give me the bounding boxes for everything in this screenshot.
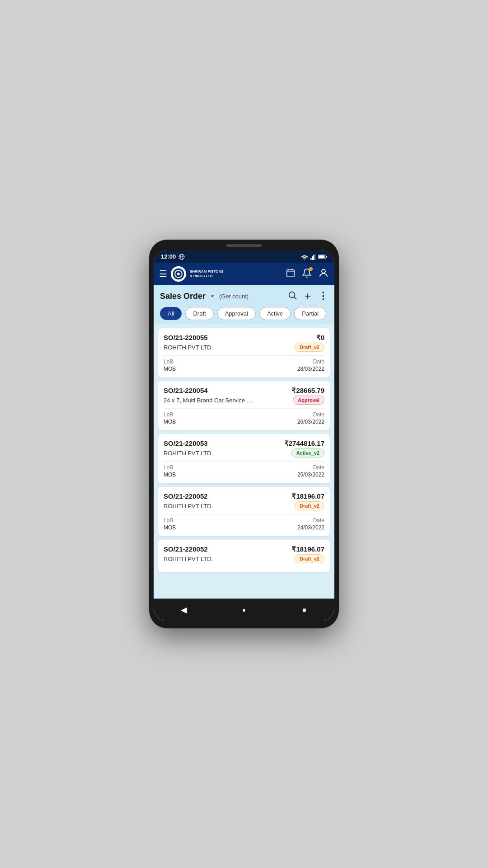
order-divider-3 [164, 461, 324, 462]
phone-shell: 12:00 ☰ SHRIRA [149, 240, 339, 628]
recent-apps-button[interactable]: ■ [297, 603, 311, 617]
wifi-icon [301, 254, 308, 259]
tab-approval[interactable]: Approval [217, 307, 256, 320]
status-time: 12:00 [161, 253, 176, 260]
order-card-1[interactable]: SO/21-220055 ₹0 ROHITH PVT LTD. Draft_v2… [158, 328, 330, 377]
svg-rect-5 [312, 256, 313, 259]
order-card-4-bottom: LoB MOB Date 24/03/2022 [164, 517, 324, 531]
tab-all[interactable]: All [160, 307, 182, 320]
order-divider-4 [164, 514, 324, 514]
order-status-3: Active_v2 [291, 448, 324, 458]
date-label-1: Date [313, 359, 324, 365]
order-status-5: Draft_v2 [295, 554, 324, 563]
tab-partial[interactable]: Partial [294, 307, 326, 320]
profile-button[interactable] [318, 268, 329, 281]
page-header: Sales Order (Get count) + ⋮ [154, 285, 334, 307]
order-card-5-mid: ROHITH PVT LTD. Draft_v2 [164, 554, 324, 563]
home-button[interactable]: ● [237, 603, 251, 617]
back-button[interactable]: ◀ [177, 603, 191, 617]
calendar-button[interactable] [286, 268, 296, 280]
order-company-4: ROHITH PVT LTD. [164, 503, 213, 509]
order-status-4: Draft_v2 [295, 501, 324, 510]
svg-rect-4 [310, 258, 311, 260]
bottom-nav: ◀ ● ■ [154, 599, 334, 621]
svg-rect-6 [313, 255, 314, 259]
date-label-3: Date [313, 464, 324, 471]
add-button[interactable]: + [305, 290, 311, 302]
order-meta-right-1: Date 28/03/2022 [297, 359, 324, 372]
order-card-3-mid: ROHITH PVT LTD. Active_v2 [164, 448, 324, 458]
order-card-3-top: SO/21-220053 ₹2744816.17 [164, 439, 324, 448]
tab-draft[interactable]: Draft [185, 307, 213, 320]
order-amount-4: ₹18196.07 [291, 492, 324, 500]
order-card-3[interactable]: SO/21-220053 ₹2744816.17 ROHITH PVT LTD.… [158, 434, 330, 483]
order-card-4[interactable]: SO/21-220052 ₹18196.07 ROHITH PVT LTD. D… [158, 487, 330, 536]
orders-list: SO/21-220055 ₹0 ROHITH PVT LTD. Draft_v2… [154, 325, 334, 599]
order-card-2[interactable]: SO/21-220054 ₹28665.79 24 x 7, Multi Bra… [158, 381, 330, 430]
page-title: Sales Order [160, 292, 206, 301]
order-number-3: SO/21-220053 [164, 439, 208, 447]
svg-rect-7 [314, 254, 315, 260]
order-divider-2 [164, 408, 324, 409]
order-amount-5: ₹18196.07 [291, 545, 324, 553]
phone-screen: 12:00 ☰ SHRIRA [154, 250, 334, 621]
phone-notch [226, 244, 262, 247]
signal-icon [310, 254, 316, 260]
order-status-2: Approval [293, 396, 324, 405]
order-number-5: SO/21-220052 [164, 545, 208, 553]
order-card-2-top: SO/21-220054 ₹28665.79 [164, 387, 324, 395]
order-number-2: SO/21-220054 [164, 387, 208, 394]
company-name-line2: & RINGS LTD. [190, 274, 224, 278]
lob-label-3: LoB [164, 464, 176, 471]
status-time-area: 12:00 [161, 253, 185, 260]
company-name-area: SHRIRAM PISTONS & RINGS LTD. [190, 269, 224, 278]
order-card-5-top: SO/21-220052 ₹18196.07 [164, 545, 324, 553]
svg-point-18 [322, 269, 325, 273]
order-amount-2: ₹28665.79 [291, 387, 324, 395]
date-label-2: Date [313, 411, 324, 418]
date-label-4: Date [313, 517, 324, 524]
lob-value-1: MOB [164, 366, 176, 372]
order-card-4-top: SO/21-220052 ₹18196.07 [164, 492, 324, 500]
order-meta-left-3: LoB MOB [164, 464, 176, 478]
profile-icon [318, 268, 329, 278]
tab-active[interactable]: Active [259, 307, 291, 320]
order-company-1: ROHITH PVT LTD. [164, 344, 213, 351]
search-icon [287, 290, 297, 300]
notification-button[interactable] [302, 268, 312, 280]
company-logo [171, 266, 186, 282]
order-card-1-top: SO/21-220055 ₹0 [164, 334, 324, 342]
date-value-4: 24/03/2022 [297, 524, 324, 531]
lob-label-1: LoB [164, 359, 176, 365]
dropdown-icon[interactable] [208, 292, 216, 300]
order-card-5[interactable]: SO/21-220052 ₹18196.07 ROHITH PVT LTD. D… [158, 540, 330, 572]
svg-point-3 [304, 259, 305, 259]
more-options-button[interactable]: ⋮ [318, 290, 328, 302]
order-card-1-bottom: LoB MOB Date 28/03/2022 [164, 359, 324, 372]
page-subtitle: (Get count) [219, 293, 249, 300]
date-value-2: 26/03/2022 [297, 419, 324, 425]
lob-value-4: MOB [164, 524, 176, 531]
order-card-3-bottom: LoB MOB Date 25/03/2022 [164, 464, 324, 478]
date-value-3: 25/03/2022 [297, 472, 324, 478]
order-company-3: ROHITH PVT LTD. [164, 450, 213, 457]
svg-line-20 [294, 297, 296, 299]
battery-icon [318, 254, 327, 259]
app-bar-actions [286, 268, 329, 281]
page-title-area: Sales Order (Get count) [160, 292, 249, 301]
svg-rect-9 [319, 255, 324, 258]
search-button[interactable] [287, 290, 297, 302]
order-amount-3: ₹2744816.17 [284, 439, 324, 448]
order-meta-left-2: LoB MOB [164, 411, 176, 425]
order-card-4-mid: ROHITH PVT LTD. Draft_v2 [164, 501, 324, 510]
lob-label-2: LoB [164, 411, 176, 418]
order-amount-1: ₹0 [316, 334, 324, 342]
hamburger-button[interactable]: ☰ [159, 269, 167, 279]
calendar-icon [286, 268, 296, 278]
svg-point-13 [177, 273, 180, 275]
order-number-1: SO/21-220055 [164, 334, 208, 341]
order-meta-left-4: LoB MOB [164, 517, 176, 531]
page-header-actions: + ⋮ [287, 290, 328, 302]
order-number-4: SO/21-220052 [164, 492, 208, 500]
order-meta-right-2: Date 26/03/2022 [297, 411, 324, 425]
